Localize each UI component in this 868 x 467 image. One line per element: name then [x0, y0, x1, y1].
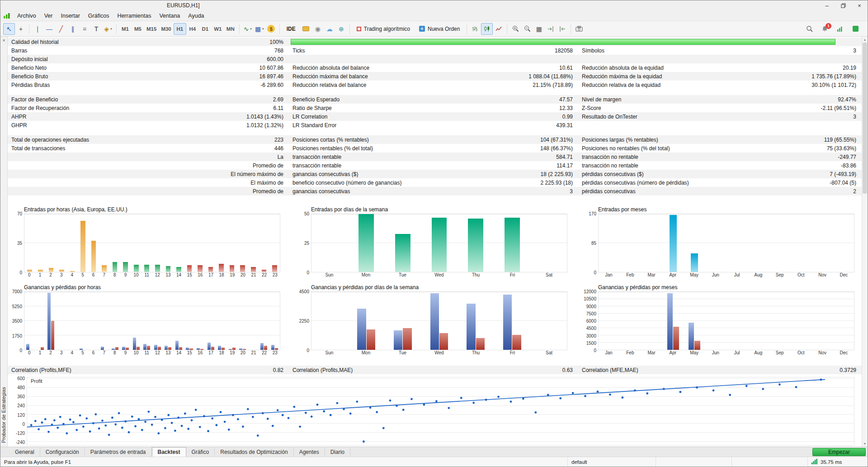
horizontal-line-tool[interactable]: —	[43, 23, 55, 35]
minimize-button[interactable]: –	[819, 0, 835, 10]
tester-panel-tab[interactable]: Probador de Estrategias	[1, 387, 6, 443]
cloud-icon[interactable]: ☁	[324, 23, 335, 35]
cursor-tool[interactable]: ↖	[3, 23, 15, 35]
trading-algo-label: Trading algorítmico	[364, 26, 410, 32]
vertical-line-tool[interactable]: |	[32, 23, 43, 35]
bar	[186, 348, 189, 350]
tab-diario[interactable]: Diario	[325, 447, 350, 457]
menu-archivo[interactable]: Archivo	[13, 11, 40, 20]
chart-shift-icon[interactable]	[545, 23, 557, 35]
trading-algo-button[interactable]: Trading algorítmico	[352, 23, 415, 35]
tile-windows-icon[interactable]: ▦	[533, 23, 545, 35]
pnl-by-hour-plot	[24, 291, 280, 350]
new-order-button[interactable]: +Nueva Orden	[415, 23, 464, 35]
menu-insertar[interactable]: Insertar	[57, 11, 84, 20]
scrollbar-track[interactable]	[862, 43, 868, 441]
tab-parametros-de-entrada[interactable]: Parámetros de entrada	[85, 447, 152, 457]
menu-ver[interactable]: Ver	[40, 11, 57, 20]
scroll-down-icon[interactable]: ▼	[862, 441, 868, 447]
close-button[interactable]: ×	[851, 0, 868, 10]
zoom-in-icon[interactable]	[509, 23, 521, 35]
report-cell: transacción rentable584.71	[289, 152, 578, 161]
shapes-tool[interactable]: ◈▾	[102, 23, 114, 35]
tile-windows-icon: ▦	[536, 26, 542, 32]
web-icon[interactable]: ⊕	[335, 23, 347, 35]
bar-slot	[131, 214, 142, 272]
line-chart-type-icon[interactable]	[493, 23, 505, 35]
x-tick-label: 13	[163, 272, 174, 279]
report-cell-value: 104 (67.31%)	[540, 137, 573, 143]
menu-ventana[interactable]: Ventana	[155, 11, 184, 20]
menu-ayuda[interactable]: Ayuda	[184, 11, 208, 20]
tab-configuracion[interactable]: Configuración	[40, 447, 85, 457]
fibonacci-tool[interactable]: ≡	[79, 23, 90, 35]
zoom-out-icon[interactable]	[521, 23, 533, 35]
connection-chart-icon[interactable]	[834, 23, 846, 35]
indicators-icon[interactable]: ∿▾	[242, 23, 254, 35]
status-connection[interactable]: 35.75 ms	[808, 457, 868, 467]
report-scrollbar[interactable]: ▲ ▼	[862, 37, 868, 447]
search-icon[interactable]	[803, 23, 815, 35]
x-tick-label: 8	[109, 272, 120, 279]
new-chart-icon[interactable]: ▦▾	[254, 23, 265, 35]
pnl-by-hour-y-axis: 01750350052507000	[10, 291, 24, 350]
signal-icon[interactable]: ◉	[312, 23, 324, 35]
correlation-cell: Correlation (Profits,MFE)0.82	[8, 366, 289, 374]
timeframe-d1[interactable]: D1	[199, 23, 212, 35]
scroll-up-icon[interactable]: ▲	[862, 37, 868, 43]
menu-graficos[interactable]: Gráficos	[84, 11, 113, 20]
wallet-icon[interactable]	[300, 23, 312, 35]
market-watch-icon[interactable]	[849, 23, 861, 35]
timeframe-m1[interactable]: M1	[119, 23, 132, 35]
chart-shift-end-icon[interactable]	[557, 23, 568, 35]
crosshair-tool[interactable]: +	[15, 23, 27, 35]
report-cell: Nivel de margen92.47%	[578, 95, 862, 104]
timeframe-h1[interactable]: H1	[174, 23, 186, 35]
screenshot-icon[interactable]	[573, 23, 585, 35]
timeframe-m30[interactable]: M30	[159, 23, 173, 35]
ide-button[interactable]: IDE	[282, 23, 300, 35]
symbols-icon[interactable]: $	[265, 23, 277, 35]
candle-chart-type-icon[interactable]	[481, 23, 493, 35]
tab-general[interactable]: General	[9, 447, 40, 457]
panel-close-button[interactable]: ×	[1, 38, 7, 43]
timeframe-h4[interactable]: H4	[186, 23, 199, 35]
scrollbar-thumb[interactable]	[863, 43, 867, 194]
text-tool[interactable]: T	[90, 23, 102, 35]
bar-slot	[78, 214, 89, 272]
status-profile[interactable]: default	[568, 457, 656, 467]
report-row: Beneficio Bruto16 897.46Reducción máxima…	[8, 72, 862, 81]
channel-tool[interactable]: ∥	[67, 23, 79, 35]
pnl-by-month-y-axis: 01500300045006000750090001050012000	[585, 291, 598, 350]
bar-slot	[174, 214, 184, 272]
bar	[232, 348, 236, 350]
y-tick-label: 85	[591, 241, 596, 246]
trendline-tool[interactable]: ╱	[55, 23, 67, 35]
bar-chart-type-icon[interactable]	[469, 23, 481, 35]
timeframe-w1[interactable]: W1	[212, 23, 224, 35]
tab-backtest[interactable]: Backtest	[152, 447, 186, 457]
bar-slot	[216, 214, 227, 272]
report-cell: LR Correlation0.99	[289, 112, 578, 121]
timeframe-m15[interactable]: M15	[144, 23, 159, 35]
bar	[251, 267, 256, 272]
entries-by-weekday-y-axis: 02550	[297, 214, 311, 272]
bar-slot	[120, 214, 131, 272]
x-tick-label: Feb	[619, 350, 641, 357]
x-tick-label: 5	[77, 350, 88, 357]
bar	[133, 338, 136, 350]
report-row: Beneficio Neto10 607.86Reducción absolut…	[8, 63, 862, 72]
bar-slot	[237, 292, 248, 350]
restore-button[interactable]	[835, 0, 851, 10]
timeframe-m5[interactable]: M5	[132, 23, 144, 35]
bar	[187, 265, 192, 272]
tab-agentes[interactable]: Agentes	[294, 447, 325, 457]
report-cell-label: Reducción relativa del balance	[292, 82, 366, 88]
bar-slot	[184, 214, 195, 272]
tab-resultados-de-optimizacion[interactable]: Resultados de Optimización	[215, 447, 293, 457]
start-button[interactable]: Empezar	[812, 448, 866, 456]
menu-herramientas[interactable]: Herramientas	[113, 11, 155, 20]
tab-grafico[interactable]: Gráfico	[186, 447, 215, 457]
notifications-icon[interactable]: 1	[819, 23, 830, 35]
timeframe-mn[interactable]: MN	[224, 23, 237, 35]
